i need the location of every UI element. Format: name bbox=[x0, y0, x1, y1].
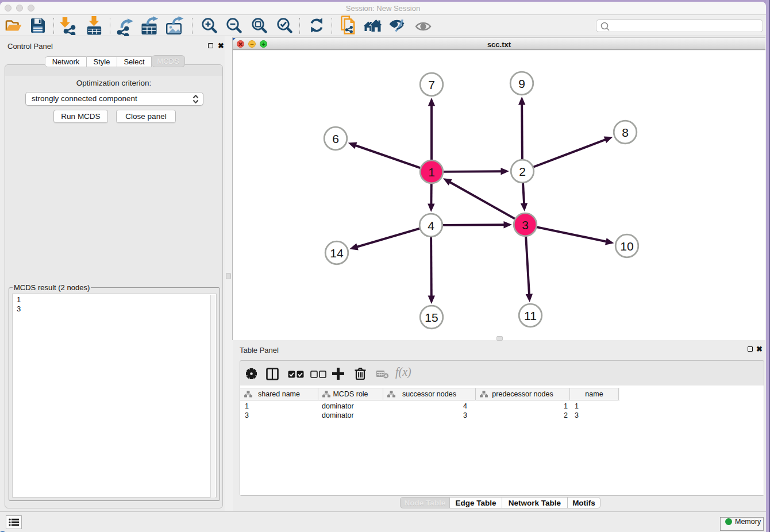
svg-text:11: 11 bbox=[524, 309, 537, 322]
svg-text:10: 10 bbox=[620, 240, 633, 253]
svg-text:14: 14 bbox=[330, 246, 344, 260]
svg-text:15: 15 bbox=[425, 311, 438, 324]
svg-text:1: 1 bbox=[428, 165, 435, 179]
svg-text:4: 4 bbox=[428, 219, 434, 232]
svg-text:2: 2 bbox=[519, 165, 526, 178]
svg-text:6: 6 bbox=[332, 132, 339, 145]
svg-text:8: 8 bbox=[622, 126, 629, 139]
svg-text:7: 7 bbox=[428, 78, 435, 91]
svg-text:f(x): f(x) bbox=[395, 367, 411, 379]
svg-text:9: 9 bbox=[518, 77, 525, 90]
svg-text:3: 3 bbox=[522, 218, 529, 232]
